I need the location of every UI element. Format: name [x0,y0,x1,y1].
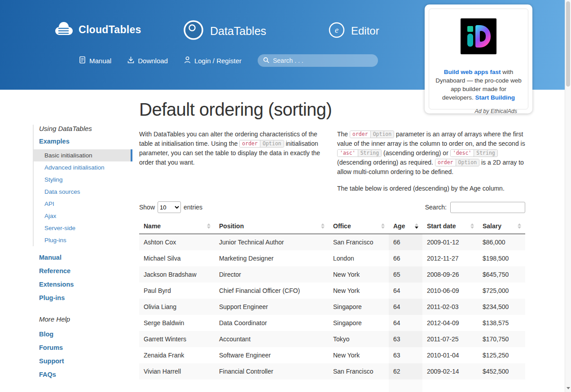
brand-editor[interactable]: e Editor [328,22,379,40]
sort-arrows-icon [381,223,385,229]
code-tag-order[interactable]: orderOption [239,140,284,148]
table-cell: $138,575 [478,315,525,331]
nav-item-login[interactable]: Login / Register [184,56,242,65]
column-label: Salary [483,222,501,230]
brand-label-datatables: DataTables [210,25,266,38]
datatable-controls: Show10entries Search: [139,201,525,213]
vertical-scrollbar[interactable] [565,0,571,392]
table-cell: $645,750 [478,266,525,283]
sidebar-top-list-1: BlogForumsSupportFAQs [33,327,132,381]
sidebar-item-advanced-initialisation[interactable]: Advanced initialisation [34,161,132,174]
sidebar-item-extensions[interactable]: Extensions [33,278,132,291]
table-cell: New York [329,283,389,299]
table-cell: 63 [389,331,422,347]
sidebar: Using DataTables Examples Basic initiali… [33,125,132,392]
person-icon [184,56,191,65]
nav-label-download: Download [138,57,168,65]
sidebar-heading-more-help: More Help [33,315,132,323]
table-cell: Ashton Cox [139,234,215,251]
sidebar-item-plug-ins[interactable]: Plug-ins [33,291,132,305]
header-search-input[interactable] [273,57,373,64]
column-label: Start date [427,222,456,230]
table-header-row: NamePositionOfficeAgeStart dateSalary [139,218,525,234]
sidebar-item-reference[interactable]: Reference [33,264,132,278]
table-cell: 64 [389,315,422,331]
table-cell: Software Engineer [215,347,329,363]
table-search-input[interactable] [450,202,525,213]
nav-label-manual: Manual [89,57,111,65]
sidebar-item-server-side[interactable]: Server-side [34,222,132,234]
sidebar-item-api[interactable]: API [34,198,132,210]
employees-table: NamePositionOfficeAgeStart dateSalary As… [139,218,525,392]
sidebar-item-blog[interactable]: Blog [33,327,132,341]
nav-item-manual[interactable]: Manual [79,56,111,65]
show-label: Show [139,204,155,211]
sidebar-item-ajax[interactable]: Ajax [34,210,132,222]
brand-cloudtables[interactable]: CloudTables [53,21,141,39]
nav-label-login: Login / Register [194,57,242,65]
nav-item-download[interactable]: Download [127,56,168,65]
column-label: Age [393,222,405,230]
header-nav: Manual Download [79,54,378,67]
code-tag-desc[interactable]: 'desc'String [450,149,498,157]
table-row: Olivia LiangSupport EngineerSingapore642… [139,299,525,315]
code-tag-asc[interactable]: 'asc'String [337,149,382,157]
table-cell: San Francisco [329,234,389,251]
entries-label: entries [184,204,202,211]
magnifier-icon [263,57,269,65]
table-cell: Serge Baldwin [139,315,215,331]
sort-arrows-icon [518,223,521,229]
sidebar-item-faqs[interactable]: FAQs [33,368,132,381]
sidebar-item-basic-initialisation[interactable]: Basic initialisation [34,149,132,161]
brand-label-cloudtables: CloudTables [79,24,141,36]
table-cell: Singapore [329,299,389,315]
column-header-office[interactable]: Office [329,218,389,234]
sidebar-item-styling[interactable]: Styling [34,174,132,186]
sidebar-item-support[interactable]: Support [33,354,132,368]
column-header-salary[interactable]: Salary [478,218,525,234]
column-header-age[interactable]: Age [389,218,422,234]
sidebar-item-forums[interactable]: Forums [33,341,132,354]
scroll-down-button[interactable] [565,385,571,391]
sidebar-item-manual[interactable]: Manual [33,251,132,264]
sidebar-item-plug-ins[interactable]: Plug-ins [34,234,132,246]
column-header-name[interactable]: Name [139,218,215,234]
code-tag-order[interactable]: orderOption [350,131,394,138]
sidebar-top-list-0: ManualReferenceExtensionsPlug-ins [33,251,132,305]
ad-attribution[interactable]: Ad by EthicalAds [425,108,517,114]
column-header-start-date[interactable]: Start date [422,218,478,234]
table-cell: Jackson Bradshaw [139,266,215,283]
table-row: Zenaida FrankSoftware EngineerNew York63… [139,347,525,363]
table-cell: Tokyo [329,331,389,347]
table-cell: Data Coordinator [215,315,329,331]
table-row: Jackson BradshawDirectorNew York652008-0… [139,266,525,283]
table-cell: $170,750 [478,331,525,347]
column-label: Position [219,222,244,230]
table-cell: San Francisco [329,363,389,379]
table-cell: Singapore [329,315,389,331]
intro-right-column: The orderOption parameter is an array of… [337,130,525,193]
scrollbar-thumb[interactable] [566,1,570,87]
main-content: Default ordering (sorting) With DataTabl… [139,100,525,392]
table-cell: 2009-02-14 [422,363,478,379]
sidebar-item-examples[interactable]: Examples [34,138,132,145]
cloud-server-icon [53,21,75,39]
ad-cta-link[interactable]: Start Building [475,94,515,101]
table-cell: 2010-06-09 [422,283,478,299]
brand-datatables[interactable]: DataTables [183,20,266,42]
sidebar-item-data-sources[interactable]: Data sources [34,186,132,198]
ad-lead-link[interactable]: Build web apps fast [444,69,501,75]
page-length-select[interactable]: 10 [158,201,181,213]
table-cell: New York [329,266,389,283]
table-cell: 66 [389,250,422,266]
table-cell: Marketing Designer [215,250,329,266]
column-header-position[interactable]: Position [215,218,329,234]
table-cell: Chief Financial Officer (CFO) [215,283,329,299]
table-row: Paul ByrdChief Financial Officer (CFO)Ne… [139,283,525,299]
sidebar-item-label: Plug-ins [44,237,66,244]
table-cell: $86,000 [478,234,525,251]
ad-inner: Build web apps fast with Dynaboard — the… [429,9,528,109]
dynaboard-logo-icon [461,18,496,54]
circle-e-icon: e [328,22,345,40]
code-tag-order[interactable]: orderOption [435,159,479,166]
